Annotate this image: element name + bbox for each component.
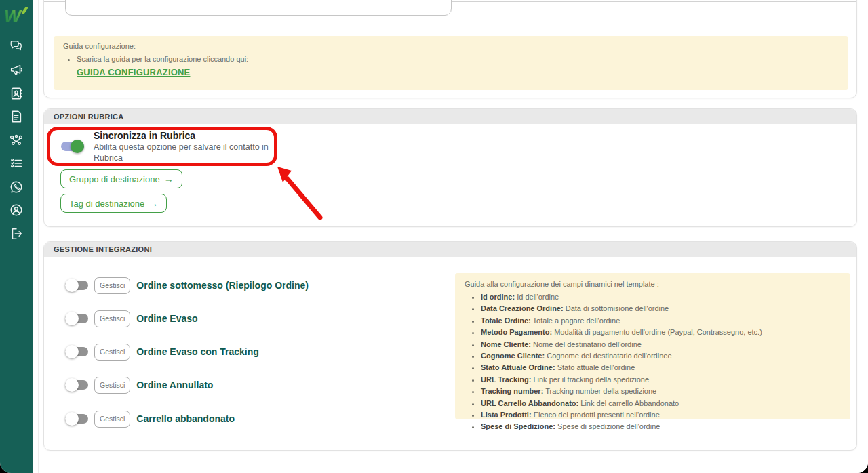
button-label: Gruppo di destinazione [69, 174, 160, 184]
ordine-sottomesso-toggle[interactable] [65, 279, 88, 292]
sidebar: W [0, 0, 33, 473]
checklist-icon[interactable] [9, 156, 24, 171]
guide-bullet: Scarica la guida per la configurazione c… [77, 54, 839, 64]
integration-label: Ordine sottomesso (Riepilogo Ordine) [136, 280, 309, 291]
app-window: W [0, 0, 868, 473]
manage-button[interactable]: Gestisci [94, 310, 130, 327]
document-icon[interactable] [9, 109, 24, 124]
guide-item: URL Tracking: Link per il tracking della… [481, 374, 841, 386]
integrations-section-header: GESTIONE INTEGRAZIONI [44, 242, 856, 257]
integration-row: Gestisci Carrello abbandonato [65, 409, 235, 429]
guide-item: Id ordine: Id dell'ordine [481, 291, 841, 303]
integration-row: Gestisci Ordine Annullato [65, 375, 213, 395]
integration-label: Ordine Annullato [136, 379, 213, 390]
ordine-annullato-toggle[interactable] [65, 378, 88, 392]
svg-text:W: W [4, 6, 22, 26]
integration-row: Gestisci Ordine sottomesso (Riepilogo Or… [65, 275, 309, 295]
guide-title: Guida configurazione: [63, 42, 839, 50]
megaphone-icon[interactable] [9, 62, 24, 77]
tag-destinazione-button[interactable]: Tag di destinazione → [60, 194, 167, 213]
content-divider [38, 0, 39, 473]
configuration-card: Guida configurazione: Scarica la guida p… [43, 0, 857, 98]
integration-row: Gestisci Ordine Evaso con Tracking [65, 342, 259, 362]
guide-item: Totale Ordine: Totale a pagare dell'ordi… [481, 315, 841, 327]
logout-icon[interactable] [9, 226, 24, 241]
guide-item: URL Carrello Abbandonato: Link del carre… [481, 398, 841, 409]
guide-item: Tracking number: Tracking number della s… [481, 386, 841, 397]
template-input[interactable] [65, 0, 452, 16]
integration-row: Gestisci Ordine Evaso [65, 308, 198, 329]
guide-item: Stato Attuale Ordine: Stato attuale dell… [481, 362, 841, 373]
screen: W [0, 0, 868, 473]
guide-item: Data Creazione Ordine: Data di sottomisi… [481, 303, 841, 314]
integrations-card: GESTIONE INTEGRAZIONI Gestisci Ordine so… [43, 241, 857, 451]
manage-button[interactable]: Gestisci [94, 344, 130, 361]
manage-button[interactable]: Gestisci [94, 277, 130, 294]
account-icon[interactable] [9, 203, 24, 218]
rubrica-section-header: OPZIONI RUBRICA [44, 109, 856, 124]
button-label: Tag di destinazione [69, 199, 144, 209]
gruppo-destinazione-button[interactable]: Gruppo di destinazione → [60, 169, 182, 188]
guide-item: Spese di Spedizione: Spese di spedizione… [481, 421, 841, 432]
main-content: Guida configurazione: Scarica la guida p… [33, 0, 868, 473]
manage-button[interactable]: Gestisci [94, 411, 130, 428]
arrow-right-icon: → [149, 198, 158, 209]
address-book-icon[interactable] [9, 86, 24, 101]
arrow-right-icon: → [164, 173, 174, 184]
template-fields-guide-box: Guida alla configurazione dei campi dina… [455, 273, 850, 419]
sync-rubrica-toggle[interactable] [61, 140, 84, 153]
chat-icon[interactable] [9, 39, 24, 54]
integration-label: Ordine Evaso con Tracking [136, 346, 259, 357]
guide-item: Cognome Cliente: Cognome del destinatari… [481, 350, 841, 362]
app-logo[interactable]: W [3, 4, 30, 28]
guide-title: Guida alla configurazione dei campi dina… [465, 279, 841, 289]
sync-rubrica-label: Sincronizza in Rubrica [94, 130, 274, 142]
integration-label: Carrello abbandonato [136, 413, 235, 424]
manage-button[interactable]: Gestisci [94, 377, 130, 394]
guida-configurazione-link[interactable]: GUIDA CONFIGURAZIONE [77, 67, 190, 77]
rubrica-card: OPZIONI RUBRICA Sincronizza in Rubrica A… [43, 108, 857, 227]
carrello-abbandonato-toggle[interactable] [65, 412, 88, 426]
whatsapp-icon[interactable] [9, 180, 24, 194]
toggle-knob [71, 140, 84, 153]
guide-item: Metodo Pagamento: Modalità di pagamento … [481, 327, 841, 338]
sync-rubrica-description: Abilita questa opzione per salvare il co… [94, 142, 274, 163]
ordine-evaso-tracking-toggle[interactable] [65, 345, 88, 358]
integration-label: Ordine Evaso [136, 313, 197, 324]
configuration-guide-box: Guida configurazione: Scarica la guida p… [54, 36, 848, 90]
red-highlight-annotation: Sincronizza in Rubrica Abilita questa op… [47, 127, 277, 166]
ordine-evaso-toggle[interactable] [65, 312, 88, 325]
guide-item: Lista Prodotti: Elenco dei prodotti pres… [481, 409, 841, 421]
guide-item: Nome Cliente: Nome del destinatario dell… [481, 339, 841, 350]
flow-nodes-icon[interactable] [9, 133, 24, 148]
